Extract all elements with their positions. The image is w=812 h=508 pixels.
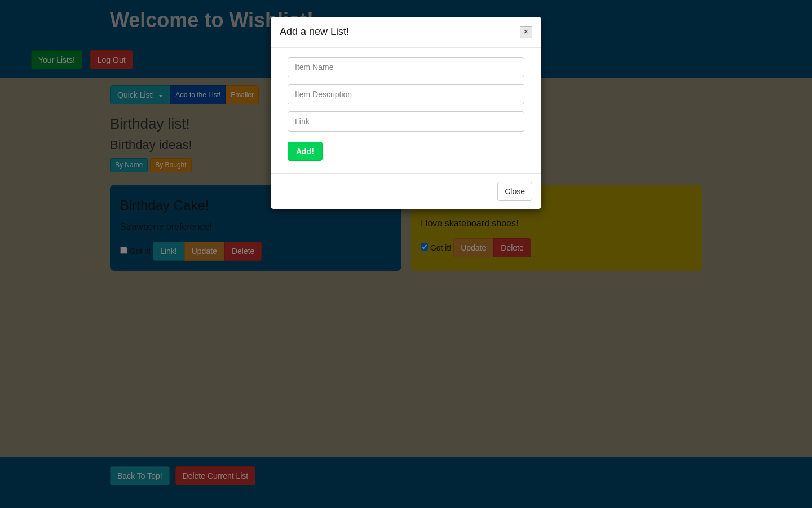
modal-footer: Close — [271, 173, 541, 209]
modal-body: Add! — [271, 48, 541, 173]
add-button[interactable]: Add! — [288, 142, 323, 161]
close-icon[interactable]: × — [520, 26, 532, 38]
modal-header: Add a new List! × — [271, 17, 541, 48]
close-button[interactable]: Close — [497, 182, 532, 201]
add-item-modal: Add a new List! × Add! Close — [271, 17, 541, 209]
item-name-input[interactable] — [288, 57, 524, 77]
item-description-input[interactable] — [288, 84, 524, 104]
item-link-input[interactable] — [288, 111, 524, 132]
modal-title: Add a new List! — [280, 25, 349, 40]
